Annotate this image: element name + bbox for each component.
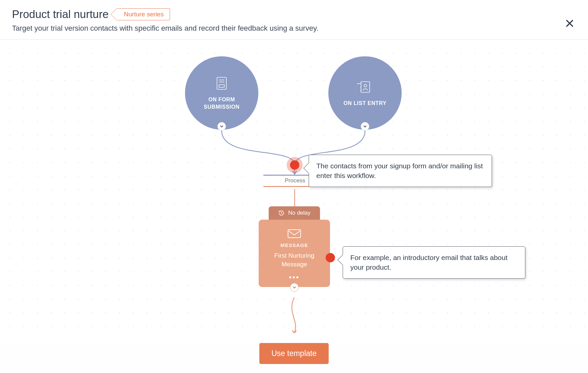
use-template-button[interactable]: Use template (259, 343, 329, 364)
hint-tooltip-entry: The contacts from your signup form and/o… (309, 155, 492, 187)
message-node-body[interactable]: MESSAGE First Nurturing Message ••• (259, 220, 330, 287)
trigger-label-line: SUBMISSION (204, 103, 239, 111)
svg-point-8 (364, 84, 367, 87)
node-title: First Nurturing Message (265, 251, 323, 268)
form-icon (214, 75, 230, 91)
message-node[interactable]: No delay MESSAGE First Nurturing Message… (259, 206, 330, 287)
footer: Use template (0, 334, 588, 373)
trigger-node-form-submission[interactable]: ON FORM SUBMISSION (185, 56, 258, 130)
close-button[interactable] (565, 18, 575, 30)
connector-handle[interactable] (290, 283, 299, 292)
tooltip-text: For example, an introductory email that … (350, 254, 508, 271)
svg-rect-9 (288, 230, 301, 238)
connector-handle[interactable] (217, 122, 226, 131)
connector-handle[interactable] (361, 122, 369, 131)
hint-tooltip-message: For example, an introductory email that … (343, 246, 525, 279)
trigger-label-line: ON FORM (204, 96, 239, 103)
page-subtitle: Target your trial version contacts with … (12, 24, 576, 33)
envelope-icon (287, 228, 301, 239)
svg-rect-3 (219, 85, 224, 87)
delay-label: No delay (288, 210, 310, 216)
title-row: Product trial nurture Nurture series (12, 8, 576, 21)
node-type-label: MESSAGE (280, 242, 308, 248)
trigger-label: ON FORM SUBMISSION (204, 96, 239, 110)
close-icon (565, 18, 575, 28)
hint-marker[interactable] (326, 253, 335, 262)
trigger-label: ON LIST ENTRY (344, 100, 387, 107)
tooltip-text: The contacts from your signup form and/o… (316, 162, 483, 179)
chevron-down-icon (292, 285, 296, 289)
history-icon (278, 210, 285, 216)
page-title: Product trial nurture (12, 8, 109, 21)
delay-chip[interactable]: No delay (269, 206, 320, 220)
trigger-node-list-entry[interactable]: ON LIST ENTRY (328, 56, 402, 130)
workflow-canvas[interactable]: ON FORM SUBMISSION ON LIST ENTRY Process (0, 40, 588, 333)
chevron-down-icon (363, 124, 367, 128)
more-icon[interactable]: ••• (289, 273, 300, 282)
hint-marker[interactable] (290, 160, 299, 170)
series-tag[interactable]: Nurture series (117, 8, 170, 20)
page-header: Product trial nurture Nurture series Tar… (0, 0, 588, 40)
series-tag-label: Nurture series (124, 11, 164, 18)
contact-book-icon (357, 79, 373, 95)
chevron-down-icon (220, 124, 224, 128)
